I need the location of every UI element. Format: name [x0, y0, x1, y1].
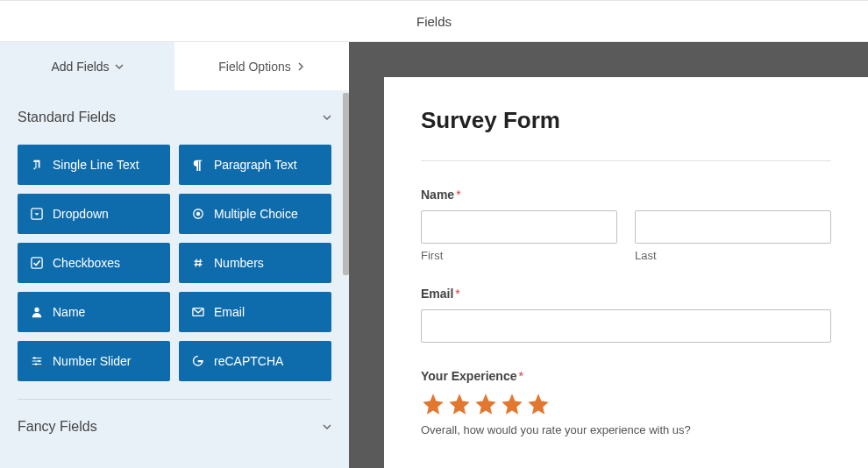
field-paragraph-text[interactable]: Paragraph Text — [179, 145, 331, 185]
chevron-down-icon — [115, 62, 124, 71]
header-bar: Fields — [0, 0, 868, 42]
last-sublabel: Last — [635, 249, 831, 262]
name-row: First Last — [421, 210, 831, 262]
field-multiple-choice[interactable]: Multiple Choice — [179, 194, 331, 234]
svg-point-8 — [38, 360, 40, 363]
text-cursor-icon: T — [30, 158, 44, 172]
field-checkboxes[interactable]: Checkboxes — [18, 243, 170, 283]
left-panel: Add Fields Field Options Standard Fields — [0, 42, 349, 468]
form-field-email[interactable]: Email* — [421, 287, 831, 343]
section-standard-title: Standard Fields — [18, 110, 116, 125]
field-number-slider[interactable]: Number Slider — [18, 341, 170, 381]
tab-row: Add Fields Field Options — [0, 42, 349, 90]
main: Add Fields Field Options Standard Fields — [0, 42, 868, 468]
dot-circle-icon — [191, 207, 205, 221]
svg-point-7 — [33, 357, 36, 359]
first-name-input[interactable] — [421, 210, 617, 244]
field-label: Email — [214, 305, 245, 319]
svg-point-3 — [196, 212, 200, 216]
required-mark: * — [518, 369, 523, 383]
field-label: Paragraph Text — [214, 158, 297, 172]
field-dropdown[interactable]: Dropdown — [18, 194, 170, 234]
check-square-icon — [30, 256, 44, 270]
svg-point-5 — [34, 308, 39, 312]
chevron-right-icon — [296, 62, 305, 71]
tab-add-fields-label: Add Fields — [51, 60, 109, 74]
envelope-icon — [191, 305, 205, 319]
star-icon[interactable] — [526, 392, 551, 416]
tab-field-options-label: Field Options — [218, 60, 290, 74]
star-icon[interactable] — [421, 392, 445, 416]
name-first-col: First — [421, 210, 617, 262]
field-label: Dropdown — [53, 207, 109, 221]
email-input[interactable] — [421, 309, 831, 343]
name-last-col: Last — [635, 210, 831, 262]
tab-field-options[interactable]: Field Options — [174, 42, 349, 90]
chevron-down-icon — [323, 113, 331, 122]
field-numbers[interactable]: Numbers — [179, 243, 331, 283]
field-single-line-text[interactable]: T Single Line Text — [18, 145, 170, 185]
experience-description: Overall, how would you rate your experie… — [421, 423, 831, 436]
field-recaptcha[interactable]: reCAPTCHA — [179, 341, 331, 381]
google-icon — [191, 354, 205, 368]
paragraph-icon — [191, 158, 205, 172]
chevron-down-icon — [323, 422, 331, 431]
email-label: Email* — [421, 287, 831, 301]
scrollbar-thumb[interactable] — [343, 93, 349, 275]
right-side: Survey Form Name* First Last — [349, 42, 868, 468]
required-mark: * — [455, 287, 459, 301]
field-grid: T Single Line Text Paragraph Text Dropdo… — [0, 138, 349, 392]
star-icon[interactable] — [500, 392, 524, 416]
user-icon — [30, 305, 44, 319]
star-icon[interactable] — [447, 392, 472, 416]
section-fancy-fields[interactable]: Fancy Fields — [0, 400, 349, 447]
field-label: Name — [53, 305, 85, 319]
header-title: Fields — [416, 14, 452, 29]
field-label: Numbers — [214, 256, 264, 270]
form-title: Survey Form — [421, 107, 831, 134]
field-label: Single Line Text — [53, 158, 139, 172]
svg-text:T: T — [33, 160, 39, 170]
caret-square-icon — [30, 207, 44, 221]
field-label: Checkboxes — [53, 256, 120, 270]
section-standard-fields[interactable]: Standard Fields — [0, 90, 349, 138]
form-divider — [421, 160, 831, 161]
svg-point-9 — [35, 363, 38, 365]
field-email[interactable]: Email — [179, 292, 331, 332]
section-fancy-title: Fancy Fields — [18, 419, 97, 435]
form-field-name[interactable]: Name* First Last — [421, 188, 831, 262]
stars-row — [421, 392, 831, 416]
field-label: Number Slider — [53, 354, 131, 368]
form-field-experience[interactable]: Your Experience* Overall, how would you … — [421, 369, 831, 436]
field-name[interactable]: Name — [18, 292, 170, 332]
field-label: Multiple Choice — [214, 207, 298, 221]
sliders-icon — [30, 354, 44, 368]
star-icon[interactable] — [473, 392, 498, 416]
required-mark: * — [456, 188, 460, 202]
panel-body: Standard Fields T Single Line Text Parag — [0, 90, 349, 468]
form-canvas: Survey Form Name* First Last — [384, 77, 868, 468]
experience-label: Your Experience* — [421, 369, 831, 383]
first-sublabel: First — [421, 249, 617, 262]
name-label: Name* — [421, 188, 831, 202]
tab-add-fields[interactable]: Add Fields — [0, 42, 174, 90]
last-name-input[interactable] — [635, 210, 831, 244]
hashtag-icon — [191, 256, 205, 270]
svg-rect-4 — [32, 258, 42, 268]
field-label: reCAPTCHA — [214, 354, 283, 368]
